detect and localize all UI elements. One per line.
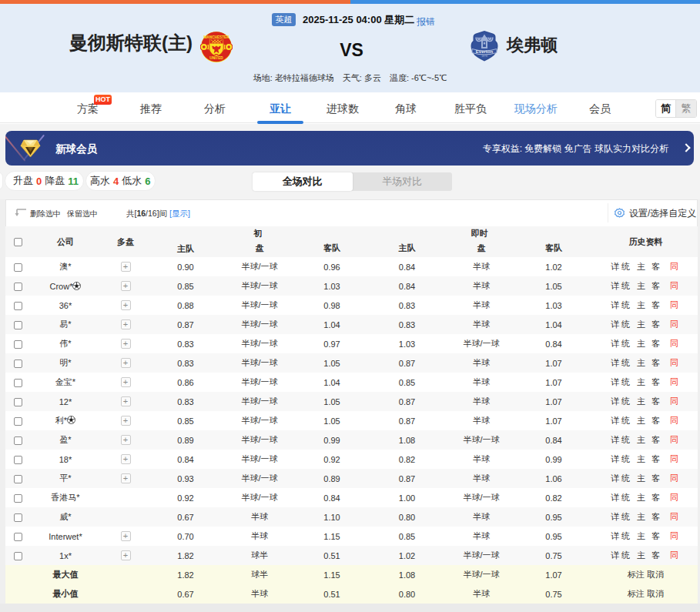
svg-text:Everton: Everton (476, 49, 494, 54)
svg-text:1878: 1878 (481, 55, 487, 58)
